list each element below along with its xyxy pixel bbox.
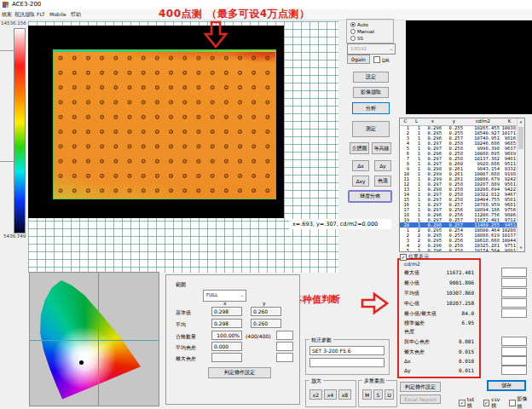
radio-icon xyxy=(350,29,356,34)
zoom-x4-button[interactable]: x4 xyxy=(324,389,337,400)
app-icon xyxy=(3,2,9,8)
average-label: 平均 xyxy=(176,321,186,329)
zoom-x8-button[interactable]: x8 xyxy=(338,389,351,400)
multi-d-button[interactable]: D xyxy=(385,389,394,400)
export-checkbox-csv檔[interactable]: ✓csv檔 xyxy=(483,395,505,409)
multi-screen-group: 多重畫面 MSD xyxy=(358,380,397,407)
zoom-x2-button[interactable]: x2 xyxy=(309,389,322,400)
checkbox-checked-icon: ✓ xyxy=(483,400,490,406)
measure-button[interactable]: 測定 xyxy=(352,121,390,137)
capture-button[interactable]: 影像擷取 xyxy=(353,87,389,98)
checkbox-icon xyxy=(373,56,380,63)
value-row: 平均值10307.860 xyxy=(404,289,474,297)
menu-item[interactable]: 檔案 xyxy=(2,11,12,19)
judge-box xyxy=(501,366,527,375)
max-diff-label: 最大色差 xyxy=(176,355,196,363)
max-diff-field[interactable] xyxy=(211,353,242,362)
delta-y-button[interactable]: Δy xyxy=(374,160,391,171)
average-y-field[interactable]: 0.260 xyxy=(251,319,281,328)
pass-judge-box xyxy=(276,331,293,340)
menu-item[interactable]: FLT xyxy=(37,11,45,17)
window-title: ACE3-200 xyxy=(12,1,41,8)
table-header-cell: K xyxy=(501,118,518,125)
range-judge-settings-button[interactable]: 判定條件設定 xyxy=(208,367,271,378)
table-row[interactable]: 520.2960.25810174.5649801 xyxy=(400,248,518,251)
chevron-down-icon: ⌄ xyxy=(389,44,393,53)
reference-y-field[interactable]: 0.260 xyxy=(251,307,281,316)
calibration-value-field[interactable]: SET 3-200 F5.6 xyxy=(309,346,385,355)
menu-item[interactable]: 視訊擷取 xyxy=(14,11,35,19)
chroma-section-label: 色度 xyxy=(404,328,414,336)
export-checkbox-影像檔[interactable]: 影像檔 xyxy=(509,395,532,409)
results-table-body: 110.2960.25510265.45510038210.2950.25510… xyxy=(400,125,518,251)
colorbar-tick xyxy=(0,161,14,162)
reference-label: 基準值 xyxy=(176,309,191,317)
zero-gain-button[interactable]: 0gain xyxy=(347,55,370,64)
settings-button[interactable]: 設定 xyxy=(353,72,389,83)
luminance-heatmap[interactable] xyxy=(53,49,276,199)
pass-count-field[interactable]: 100.00% xyxy=(211,331,242,340)
radio-icon xyxy=(350,22,356,27)
chevron-down-icon: ⌄ xyxy=(240,291,244,300)
calibration-group-label: 校正參數 xyxy=(309,337,333,344)
judge-box xyxy=(501,308,527,318)
shutter-select[interactable]: 1/8192⌄ xyxy=(347,43,396,55)
multi-s-button[interactable]: S xyxy=(373,389,383,400)
range-label: 範圍 xyxy=(176,281,186,289)
delta-xy-button[interactable]: Δxy xyxy=(352,176,369,187)
pass-count-label: 合格數量 xyxy=(176,333,196,341)
table-header-cell: cd/m2 xyxy=(465,118,501,125)
radio-icon xyxy=(350,36,356,41)
value-row: Δx0.010 xyxy=(404,357,474,366)
camera-preview[interactable] xyxy=(406,20,532,114)
footer-judge-settings-button[interactable]: 判定條件設定 xyxy=(400,382,441,392)
right-arrow-icon xyxy=(361,291,389,315)
scrollbar-thumb[interactable] xyxy=(518,127,523,149)
value-row: 最小值9001.896 xyxy=(404,279,474,287)
reference-x-field[interactable]: 0.298 xyxy=(211,307,242,316)
table-scrollbar[interactable]: ▲ ▼ xyxy=(517,118,524,251)
judge-box xyxy=(501,347,527,356)
analyze-button[interactable]: 分析 xyxy=(352,102,390,114)
main-display[interactable] xyxy=(28,26,284,218)
cie-crosshair-vertical xyxy=(98,273,99,406)
zoom-group: 放大 x2x4x8 xyxy=(305,380,356,407)
mode-radio-ss[interactable]: SS xyxy=(350,35,363,42)
export-checkbox-txt檔[interactable]: ✓txt檔 xyxy=(459,395,479,409)
table-header-cell: L xyxy=(411,118,422,125)
scroll-down-icon[interactable]: ▼ xyxy=(518,245,524,251)
contour-button[interactable]: 等高線 xyxy=(372,142,391,154)
save-button[interactable]: 儲存 xyxy=(487,380,526,391)
menu-item[interactable]: Mobile xyxy=(49,11,66,17)
cie-diagram-panel[interactable] xyxy=(29,272,159,406)
avg-diff-field[interactable]: 0.000 xyxy=(211,342,242,351)
average-x-field[interactable]: 0.298 xyxy=(211,319,242,328)
checkbox-icon xyxy=(509,400,516,406)
excel-report-button[interactable]: Excel Report xyxy=(400,395,441,404)
menu-item[interactable]: 幫助 xyxy=(71,11,81,19)
color-temp-button[interactable]: 色溫 xyxy=(374,176,391,187)
solid3d-button[interactable]: 立體圖 xyxy=(350,142,369,154)
scroll-up-icon[interactable]: ▲ xyxy=(518,118,524,125)
luminance-dist-button[interactable]: 輝度分佈 xyxy=(348,190,392,203)
mode-radio-manual[interactable]: Manual xyxy=(350,28,374,35)
avg-diff-judge-box xyxy=(276,342,293,351)
avg-diff-label: 平均色差 xyxy=(176,344,196,352)
dr-checkbox[interactable]: DR xyxy=(373,56,390,63)
zoom-group-label: 放大 xyxy=(309,377,323,385)
judge-box xyxy=(501,278,527,287)
colorbar-min-label: 5438.749 xyxy=(3,233,26,239)
multi-m-button[interactable]: M xyxy=(362,389,372,400)
checkbox-checked-icon: ✓ xyxy=(400,254,407,261)
value-row: 最小值/最大值84.0 xyxy=(404,309,474,318)
results-table: CLxycd/m2K 110.2960.25510265.45510038210… xyxy=(399,118,525,252)
value-row: 最大值11672.401 xyxy=(404,268,474,277)
app-window: ACE3-200 檔案視訊擷取FLTMobile幫助 14536.156 543… xyxy=(0,0,532,409)
position-display-checkbox[interactable]: ✓ 位置表示 xyxy=(400,253,429,261)
calibration-empty-field[interactable] xyxy=(309,358,385,367)
luminance-colorbar xyxy=(14,28,26,233)
value-row: 中心值10207.258 xyxy=(404,299,474,308)
mode-radio-auto[interactable]: Auto xyxy=(350,21,368,28)
delta-x-button[interactable]: Δx xyxy=(352,160,369,171)
cie-point-marker xyxy=(79,360,84,365)
